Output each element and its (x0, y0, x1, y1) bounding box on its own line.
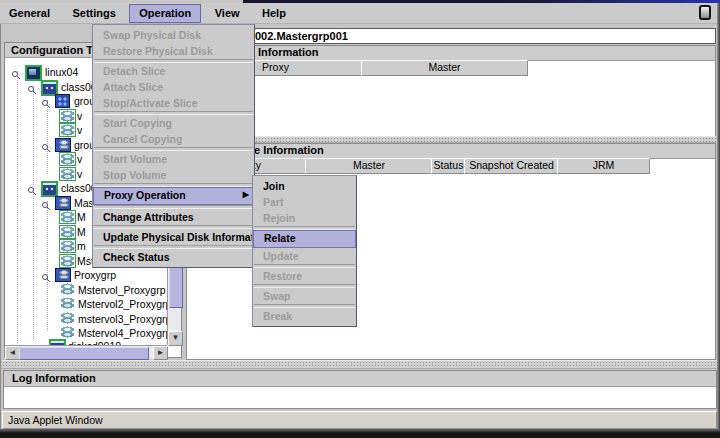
column-header-status[interactable]: Status (431, 158, 466, 174)
disk-class-icon (41, 181, 58, 197)
window-edge (0, 429, 720, 438)
scroll-down-button[interactable]: ▼ (168, 331, 183, 346)
volume-icon (60, 326, 75, 338)
disk-group-icon (55, 138, 71, 152)
menu-item-change-attributes[interactable]: Change Attributes (93, 209, 254, 225)
menu-item-swap[interactable]: Swap (253, 288, 356, 304)
menu-item-update-physical-disk-information[interactable]: Update Physical Disk Information (93, 229, 254, 245)
tree-expand-handle[interactable] (11, 67, 22, 78)
volume-icon (60, 312, 75, 324)
menu-item-restore-physical-disk[interactable]: Restore Physical Disk (93, 43, 254, 59)
menu-general[interactable]: General (0, 4, 59, 23)
volume-icon (59, 109, 76, 123)
group-information-header: Information (187, 46, 715, 61)
volume-icon (59, 167, 76, 181)
scroll-left-button[interactable]: ◄ (5, 346, 20, 360)
menu-item-part[interactable]: Part (253, 194, 356, 210)
applet-window: General Settings Operation View Help Con… (0, 0, 720, 438)
operation-menu: Swap Physical Disk Restore Physical Disk… (92, 24, 255, 268)
volume-icon (59, 210, 76, 224)
log-information-header: Log Information (4, 371, 716, 387)
menu-item-proxy-operation[interactable]: Proxy Operation ▶ (93, 187, 254, 205)
status-bar: Java Applet Window (2, 411, 717, 429)
tree-node-proxy-group[interactable]: Proxygrp (5, 268, 167, 282)
menu-item-update[interactable]: Update (253, 248, 356, 264)
disk-group-icon (55, 196, 71, 210)
tree-expand-handle[interactable] (41, 270, 52, 281)
tree-node-volume[interactable]: Mstervol2_Proxygrp (5, 297, 167, 311)
menu-item-stop-activate-slice[interactable]: Stop/Activate Slice (93, 95, 254, 111)
tree-node-label: v (77, 124, 82, 137)
menu-item-start-copying[interactable]: Start Copying (93, 115, 254, 131)
tree-expand-handle[interactable] (27, 183, 38, 194)
tree-horizontal-scrollbar[interactable]: ◄ ► (5, 345, 167, 359)
tree-node-volume[interactable]: mstervol3_Proxygrp (5, 312, 167, 326)
volume-icon (59, 239, 76, 253)
tree-expand-handle[interactable] (41, 140, 52, 151)
tree-node-volume[interactable]: Mstervol4_Proxygrp (5, 326, 167, 340)
selected-object-title-bar: 002.Mastergrp001 (186, 28, 716, 44)
tree-expand-handle[interactable] (27, 82, 38, 93)
group-information-panel: Information Proxy Master (186, 45, 716, 137)
tree-node-volume[interactable]: Mstervol_Proxygrp (5, 283, 167, 297)
window-edge (0, 24, 1, 429)
menu-item-cancel-copying[interactable]: Cancel Copying (93, 131, 254, 147)
volume-icon (60, 283, 75, 295)
menu-item-break[interactable]: Break (253, 308, 356, 324)
tree-node-label: Mstervol2_Proxygrp (78, 298, 167, 311)
volume-icon (60, 297, 75, 309)
menu-item-join[interactable]: Join (253, 178, 356, 194)
menu-operation[interactable]: Operation (129, 4, 201, 23)
tree-node-label: linux04 (45, 66, 78, 79)
menu-item-start-volume[interactable]: Start Volume (93, 151, 254, 167)
column-header-master[interactable]: Master (305, 158, 433, 174)
tree-node-label: M (77, 226, 86, 239)
column-header-master[interactable]: Master (361, 60, 528, 76)
menu-settings[interactable]: Settings (63, 4, 124, 23)
column-header-snapshot-created[interactable]: Snapshot Created (464, 158, 559, 174)
menu-item-stop-volume[interactable]: Stop Volume (93, 167, 254, 183)
menu-item-attach-slice[interactable]: Attach Slice (93, 79, 254, 95)
menu-bar: General Settings Operation View Help (0, 3, 720, 24)
tree-node-label: M (77, 211, 86, 224)
menu-item-restore[interactable]: Restore (253, 268, 356, 284)
menu-item-relate[interactable]: Relate (253, 230, 356, 248)
menu-item-rejoin[interactable]: Rejoin (253, 210, 356, 226)
column-header-jrm[interactable]: JRM (557, 158, 650, 174)
volume-information-header: e Information (187, 144, 715, 159)
split-pane-divider[interactable] (2, 360, 717, 369)
scroll-right-button[interactable]: ► (153, 346, 168, 360)
menu-view[interactable]: View (206, 4, 249, 23)
split-pane-divider[interactable] (186, 136, 716, 143)
tree-node-label: v (77, 153, 82, 166)
submenu-arrow-icon: ▶ (243, 188, 249, 202)
menu-item-swap-physical-disk[interactable]: Swap Physical Disk (93, 27, 254, 43)
log-information-panel: Log Information (3, 370, 717, 409)
proxy-operation-submenu: Join Part Rejoin Relate Update Restore S… (252, 175, 357, 327)
volume-icon (59, 152, 76, 166)
volume-information-table-header: Proxy Master Status Snapshot Created JRM (188, 158, 716, 172)
scrollbar-thumb[interactable] (19, 347, 149, 360)
menu-item-detach-slice[interactable]: Detach Slice (93, 63, 254, 79)
volume-icon (59, 254, 76, 268)
tree-node-label: Proxygrp (74, 269, 116, 282)
disk-group-icon (55, 268, 71, 282)
tree-node-label: Mstervol_Proxygrp (78, 284, 166, 297)
tree-node-label: m (77, 240, 86, 253)
menu-help[interactable]: Help (253, 4, 295, 23)
tree-node-label: v (77, 110, 82, 123)
host-icon (25, 65, 42, 81)
menu-item-label: Proxy Operation (104, 189, 186, 201)
volume-icon (59, 225, 76, 239)
volume-icon (59, 123, 76, 137)
disk-group-icon (55, 94, 70, 108)
group-information-table-header: Proxy Master (188, 60, 716, 74)
tree-node-label: mstervol3_Proxygrp (78, 313, 167, 326)
tree-expand-handle[interactable] (41, 96, 52, 107)
menu-item-check-status[interactable]: Check Status (93, 249, 254, 265)
tree-node-label: v (77, 168, 82, 181)
java-applet-icon (699, 5, 711, 20)
tree-expand-handle[interactable] (41, 198, 52, 209)
